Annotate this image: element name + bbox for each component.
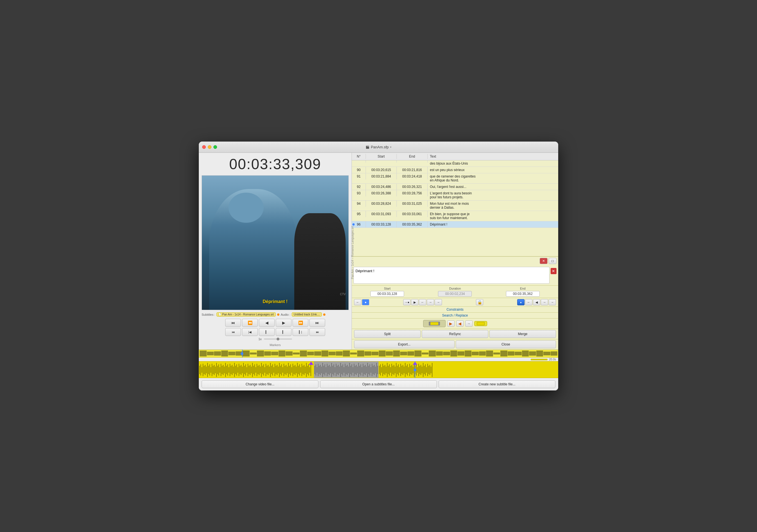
wf-bar [536,351,543,357]
nav-right-arrow4-button[interactable]: → [549,299,556,305]
svg-rect-10 [209,364,210,376]
subtitle-file-badge[interactable]: 📄 Pan Am - 1x14 - Romance Languages.srt [217,312,275,317]
next-subtitle-button[interactable]: ⏭ [309,328,325,336]
svg-rect-154 [372,364,372,376]
minimize-button[interactable] [208,145,211,149]
close-button[interactable] [202,145,206,149]
svg-rect-134 [349,363,350,377]
svg-rect-80 [288,363,288,377]
svg-rect-52 [257,364,257,376]
prev-subtitle-button[interactable]: ⏮ [225,328,241,336]
nav-go-left-button[interactable]: ← [419,299,426,305]
table-row[interactable]: 93 00:03:26,388 00:03:28,756 L'argent do… [352,190,558,201]
table-row[interactable]: 91 00:03:21,884 00:03:24,418 que de rame… [352,173,558,184]
close-button[interactable]: Close [456,340,556,348]
nav-right-circle-button[interactable]: ● [517,299,525,305]
nav-circle-button[interactable]: ● [362,299,369,305]
add-row-button[interactable]: □ [549,258,557,264]
change-video-button[interactable]: Change video file... [201,380,318,388]
table-row[interactable]: 95 00:03:31,093 00:03:33,061 Eh bien, je… [352,211,558,221]
merge-button[interactable]: Merge [489,330,556,338]
row-start: 00:03:26,388 [366,190,397,196]
svg-rect-180 [400,364,401,376]
mark-in-button[interactable]: ▎ [259,328,275,336]
nav-right-arrow3-button[interactable]: → [541,299,548,305]
media-play-orange[interactable]: ▶ [447,321,455,327]
svg-rect-8 [207,363,208,377]
nav-left-arrow-button[interactable]: ← [354,299,361,305]
waveform-overview[interactable] [199,350,558,358]
lock-button[interactable]: 🔒 [476,299,483,305]
svg-rect-200 [423,363,423,377]
subtitle-text-input[interactable]: Déprimant ! [353,267,550,284]
audio-file-badge[interactable]: Untitled track (Unk.... [292,312,322,317]
audio-status-dot [323,313,325,316]
title-dropdown-arrow[interactable]: ▾ [390,145,391,149]
svg-rect-123 [337,366,338,374]
row-start: 00:03:24,486 [366,184,397,190]
right-nav-group: ● ← ◀ → → [517,299,556,305]
svg-rect-170 [389,364,390,376]
end-input[interactable] [506,291,540,297]
step-back-button[interactable]: ◀ [259,319,275,327]
svg-rect-135 [350,366,351,374]
svg-rect-139 [355,366,355,374]
maximize-button[interactable] [213,145,217,149]
svg-rect-40 [243,363,244,377]
clear-text-button[interactable]: ✕ [551,268,557,274]
svg-rect-117 [330,366,331,373]
svg-rect-172 [391,364,392,376]
table-row[interactable]: 90 00:03:20,615 00:03:21,816 est un peu … [352,167,558,173]
svg-rect-142 [358,363,359,377]
fast-forward-button[interactable]: ⏩ [292,319,308,327]
nav-play-nav-button[interactable]: ▶ [411,299,418,305]
table-row[interactable]: 94 00:03:28,824 00:03:31,025 Mon futur e… [352,201,558,211]
svg-rect-195 [417,367,418,373]
wf-bar [372,352,378,356]
table-row[interactable]: 92 00:03:24,486 00:03:26,321 Oui, l'arge… [352,184,558,190]
skip-to-start-button[interactable]: ⏮ [225,319,241,327]
speed-slider[interactable] [264,338,292,340]
media-rewind-orange[interactable]: ◀ [456,321,464,327]
step-fwd2-button[interactable]: ▎| [292,328,308,336]
rewind-button[interactable]: ⏪ [242,319,258,327]
svg-rect-7 [206,366,207,373]
center-nav-group: →● ▶ ← → → [403,299,442,305]
delete-row-button[interactable]: ✕ [540,258,548,264]
nav-go-right-button[interactable]: →● [403,299,410,305]
svg-rect-63 [269,366,270,373]
play-button[interactable]: ▶ [276,319,291,327]
media-right-arrow[interactable]: → [465,321,472,327]
svg-rect-69 [276,366,276,374]
split-button[interactable]: Split [354,330,421,338]
media-yellow-btn[interactable] [474,321,487,326]
subtitle-file-name: Pan Am - 1x14 - Romance Languages.srt [222,313,273,316]
wf-bar [228,352,235,356]
media-left-btn[interactable] [423,320,446,327]
svg-rect-174 [394,365,394,375]
nav-arrow-r2-button[interactable]: → [435,299,442,305]
start-input[interactable] [370,291,404,297]
open-subtitles-button[interactable]: Open a subtitles file... [320,380,437,388]
mark-out-button[interactable]: ▎ [276,328,291,336]
step-back2-button[interactable]: |◀ [242,328,258,336]
svg-rect-23 [224,366,225,373]
table-row[interactable]: des bijoux aux États-Unis [352,160,558,167]
resync-button[interactable]: ReSync [422,330,488,338]
export-button[interactable]: Export... [354,340,455,348]
skip-to-end-button[interactable]: ⏭ [309,319,325,327]
svg-rect-43 [247,367,247,373]
table-row-active[interactable]: 96 00:03:33,128 00:03:35,362 Déprimant ! [352,221,558,228]
wf-bar [314,351,321,356]
svg-rect-112 [324,364,325,376]
nav-right-arrow-button[interactable]: ← [525,299,532,305]
constraints-link[interactable]: Constraints [446,308,464,311]
search-replace-link[interactable]: Search / Replace [442,313,468,317]
waveform-detail[interactable] [199,361,558,378]
nav-right-arrow2-button[interactable]: ◀ [533,299,540,305]
svg-rect-57 [262,366,263,374]
nav-go-right2-button[interactable]: → [427,299,434,305]
duration-input[interactable] [438,291,472,297]
main-window: 🎬 PanAm.sfp ▾ Pan Am – 1x14 – Romance La… [199,141,558,391]
create-subtitle-button[interactable]: Create new subtitle file... [439,380,556,388]
